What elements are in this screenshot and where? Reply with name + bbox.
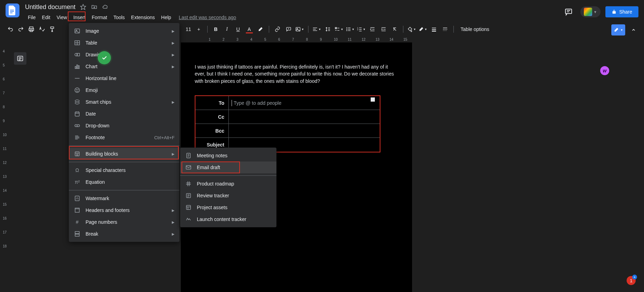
insert-headers-footers[interactable]: Headers and footers▶ — [69, 204, 179, 216]
insert-smart-chips[interactable]: Smart chips▶ — [69, 96, 179, 108]
svg-point-21 — [346, 29, 347, 30]
svg-rect-56 — [78, 66, 79, 69]
svg-rect-63 — [75, 112, 79, 116]
last-edit-link[interactable]: Last edit was seconds ago — [179, 15, 236, 20]
border-width-icon[interactable] — [429, 24, 439, 34]
svg-text:2: 2 — [357, 29, 358, 31]
svg-point-22 — [346, 30, 347, 31]
svg-rect-2 — [10, 13, 13, 13]
undo-icon[interactable] — [6, 24, 15, 34]
text-color-icon[interactable]: A — [244, 24, 254, 34]
success-check-badge — [98, 51, 111, 64]
user-avatar-badge[interactable]: w — [600, 66, 609, 75]
border-color-icon[interactable]: ▼ — [418, 24, 428, 34]
submenu-project-assets[interactable]: Project assets — [180, 202, 276, 213]
insert-dropdown[interactable]: Drop-down — [69, 120, 179, 132]
ruler-vertical: 4 5 6 7 8 9 10 11 12 13 14 15 16 17 18 — [0, 42, 10, 292]
doc-icon — [185, 152, 192, 159]
indent-decrease-icon[interactable] — [368, 24, 377, 34]
submenu-product-roadmap[interactable]: Product roadmap — [180, 178, 276, 190]
comment-history-icon[interactable] — [562, 5, 575, 19]
comment-icon[interactable] — [284, 24, 293, 34]
cell-fill-icon[interactable]: ▼ — [407, 24, 417, 34]
bold-icon[interactable]: B — [211, 24, 221, 34]
highlight-icon[interactable] — [256, 24, 265, 34]
font-size-increase[interactable]: + — [194, 24, 204, 34]
svg-rect-25 — [348, 30, 350, 31]
ruler-horizontal: 1 2 3 4 5 6 7 8 9 10 11 12 13 14 15 — [181, 36, 512, 42]
clear-format-icon[interactable] — [390, 24, 400, 34]
insert-emoji[interactable]: Emoji — [69, 84, 179, 96]
email-to-input[interactable]: Type @ to add people — [229, 100, 380, 106]
insert-footnote[interactable]: FootnoteCtrl+Alt+F — [69, 132, 179, 143]
print-icon[interactable] — [26, 24, 36, 34]
indent-increase-icon[interactable] — [379, 24, 388, 34]
svg-rect-54 — [75, 66, 76, 69]
insert-equation[interactable]: π²Equation — [69, 176, 179, 188]
insert-watermark[interactable]: Watermark — [69, 192, 179, 204]
redo-icon[interactable] — [16, 24, 26, 34]
bullet-list-icon[interactable]: ▼ — [345, 24, 355, 34]
move-icon[interactable] — [91, 3, 98, 10]
insert-table[interactable]: Table▶ — [69, 37, 179, 49]
insert-special-chars[interactable]: ΩSpecial characters — [69, 164, 179, 176]
emoji-icon — [74, 87, 81, 94]
submenu-meeting-notes[interactable]: Meeting notes — [180, 150, 276, 161]
italic-icon[interactable]: I — [222, 24, 232, 34]
cloud-icon[interactable] — [102, 3, 109, 10]
plus-icon: + — [632, 275, 637, 279]
menu-extensions[interactable]: Extensions — [128, 13, 158, 22]
chips-icon — [74, 98, 81, 105]
insert-hline[interactable]: Horizontal line — [69, 72, 179, 84]
numbered-list-icon[interactable]: 12▼ — [356, 24, 366, 34]
paint-format-icon[interactable] — [47, 24, 57, 34]
body-paragraph[interactable]: I was just thinking if tattoos are painf… — [195, 63, 398, 85]
menu-view[interactable]: View — [54, 13, 70, 22]
submenu-review-tracker[interactable]: Review tracker — [180, 190, 276, 202]
outline-toggle-button[interactable] — [14, 52, 26, 65]
share-button[interactable]: Share — [605, 6, 638, 17]
editing-mode-button[interactable]: ▼ — [611, 24, 625, 35]
menu-insert[interactable]: Insert — [71, 13, 88, 22]
menu-format[interactable]: Format — [89, 13, 110, 22]
menu-tools[interactable]: Tools — [111, 13, 128, 22]
submenu-email-draft[interactable]: Email draft — [180, 161, 276, 173]
font-size-display[interactable]: 11 — [184, 24, 193, 34]
insert-drawing[interactable]: Drawing▶ — [69, 49, 179, 61]
date-icon — [74, 110, 81, 117]
insert-break[interactable]: Break▶ — [69, 228, 179, 240]
menu-help[interactable]: Help — [158, 13, 174, 22]
docs-logo-icon[interactable] — [6, 3, 19, 17]
meet-button[interactable]: ▼ — [580, 6, 601, 17]
submenu-launch-tracker[interactable]: Launch content tracker — [180, 213, 276, 225]
share-label: Share — [619, 9, 632, 15]
notification-badge[interactable]: 1 + — [627, 276, 636, 285]
insert-menu-dropdown: Image▶ Table▶ Drawing▶ Chart▶ Horizontal… — [69, 23, 179, 242]
image-insert-icon[interactable]: ▼ — [295, 24, 305, 34]
underline-icon[interactable]: U — [233, 24, 243, 34]
svg-rect-38 — [432, 29, 436, 30]
menu-file[interactable]: File — [25, 13, 39, 22]
document-title[interactable]: Untitled document — [25, 3, 75, 11]
line-spacing-icon[interactable] — [323, 24, 333, 34]
link-icon[interactable] — [273, 24, 282, 34]
menu-edit[interactable]: Edit — [39, 13, 53, 22]
svg-rect-4 — [565, 9, 572, 14]
email-draft-block[interactable]: To Type @ to add people Cc Bcc Subject — [195, 95, 380, 152]
table-icon — [74, 39, 81, 46]
border-dash-icon[interactable] — [440, 24, 450, 34]
checklist-icon[interactable]: ▼ — [334, 24, 344, 34]
chevron-up-icon[interactable] — [629, 25, 638, 35]
insert-building-blocks[interactable]: Building blocks▶ — [69, 148, 179, 160]
insert-chart[interactable]: Chart▶ — [69, 61, 179, 72]
insert-image[interactable]: Image▶ — [69, 25, 179, 37]
table-options-button[interactable]: Table options — [457, 24, 493, 34]
insert-page-numbers[interactable]: #Page numbers▶ — [69, 216, 179, 228]
star-icon[interactable] — [80, 3, 87, 10]
svg-rect-80 — [75, 234, 79, 236]
title-area: Untitled document File Edit View Insert … — [25, 2, 562, 22]
insert-date[interactable]: Date — [69, 108, 179, 120]
hash-icon: # — [74, 219, 81, 226]
spellcheck-icon[interactable] — [37, 24, 47, 34]
align-icon[interactable]: ▼ — [312, 24, 322, 34]
